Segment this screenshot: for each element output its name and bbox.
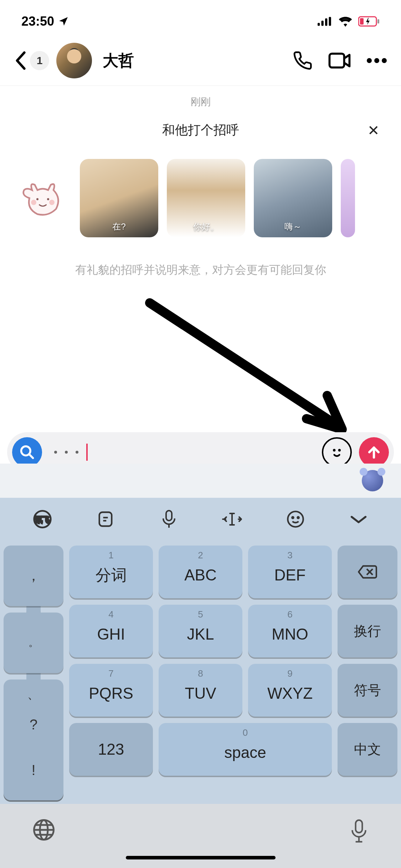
svg-rect-3 [329, 17, 331, 26]
sticker-label: 在? [112, 221, 125, 232]
key-backspace[interactable] [338, 546, 397, 598]
key-question[interactable]: ? [4, 709, 63, 740]
key-8[interactable]: 8TUV [159, 664, 242, 717]
svg-point-16 [333, 449, 335, 451]
close-icon[interactable]: ✕ [367, 122, 380, 139]
contact-avatar[interactable] [56, 43, 92, 78]
svg-point-24 [297, 517, 299, 518]
home-indicator[interactable] [126, 856, 276, 859]
globe-icon[interactable] [32, 818, 56, 842]
sticker-row: 在? 你好。 嗨～ [0, 145, 401, 244]
key-123[interactable]: 123 [69, 723, 153, 776]
key-6[interactable]: 6MNO [248, 605, 332, 657]
svg-rect-20 [99, 512, 112, 526]
assistant-icon[interactable] [362, 470, 383, 491]
svg-rect-1 [322, 21, 324, 26]
svg-rect-0 [318, 23, 320, 26]
cursor-mode-icon[interactable] [220, 507, 244, 531]
key-symbols[interactable]: 符号 [338, 664, 397, 717]
svg-point-17 [338, 449, 341, 451]
text-cursor [86, 444, 88, 461]
key-exclaim[interactable]: ! [4, 740, 63, 800]
key-4[interactable]: 4GHI [69, 605, 153, 657]
punctuation-overlay: ， 。 、 ? ! [4, 546, 63, 800]
signal-icon [318, 16, 333, 26]
svg-point-10 [382, 58, 387, 63]
back-icon[interactable] [14, 51, 26, 70]
chat-header: 1 大哲 [0, 36, 401, 86]
key-7[interactable]: 7PQRS [69, 664, 153, 717]
key-comma[interactable]: ， [4, 546, 63, 606]
svg-point-14 [49, 200, 55, 205]
greeting-header: 和他打个招呼 ✕ [0, 116, 401, 145]
status-time: 23:50 [21, 14, 54, 29]
svg-point-22 [288, 511, 303, 527]
more-icon[interactable] [367, 58, 387, 63]
search-button[interactable] [12, 437, 42, 467]
svg-text:讯飞: 讯飞 [35, 516, 50, 524]
key-3[interactable]: 3DEF [248, 546, 332, 598]
keyboard: 讯飞 ， 。 、 1分词 2ABC 3DEF [0, 464, 401, 868]
svg-point-8 [367, 58, 372, 63]
svg-rect-21 [166, 511, 172, 521]
svg-rect-7 [329, 54, 344, 68]
svg-rect-2 [325, 19, 327, 26]
annotation-arrow [135, 296, 364, 445]
svg-rect-27 [356, 820, 363, 833]
emoji-button[interactable] [322, 437, 352, 467]
voice-input-icon[interactable] [157, 507, 181, 531]
status-bar: 23:50 [0, 0, 401, 36]
keyboard-toolbar: 讯飞 [0, 498, 401, 541]
svg-rect-6 [377, 19, 379, 24]
key-newline[interactable]: 换行 [338, 605, 397, 657]
sticker-item[interactable]: 你好。 [167, 159, 245, 237]
keyboard-suggestion-bar [0, 464, 401, 498]
key-space[interactable]: 0space [159, 723, 332, 776]
svg-point-13 [31, 200, 36, 205]
svg-point-11 [36, 198, 38, 200]
clipboard-icon[interactable] [94, 507, 117, 531]
sticker-item[interactable] [341, 159, 355, 237]
key-language[interactable]: 中文 [338, 723, 397, 776]
collapse-keyboard-icon[interactable] [347, 507, 370, 531]
key-5[interactable]: 5JKL [159, 605, 242, 657]
svg-point-12 [47, 198, 49, 200]
ime-logo-icon[interactable]: 讯飞 [31, 507, 54, 531]
location-icon [58, 16, 69, 27]
svg-rect-5 [360, 18, 364, 25]
svg-point-23 [292, 517, 293, 518]
key-period[interactable]: 。 [4, 613, 63, 673]
key-1[interactable]: 1分词 [69, 546, 153, 598]
voice-call-icon[interactable] [293, 51, 313, 71]
sticker-item[interactable]: 嗨～ [254, 159, 332, 237]
sticker-item[interactable]: 在? [80, 159, 158, 237]
greeting-title: 和他打个招呼 [162, 122, 239, 139]
sticker-label: 你好。 [193, 221, 219, 232]
battery-icon [358, 16, 380, 27]
svg-point-9 [374, 58, 379, 63]
key-2[interactable]: 2ABC [159, 546, 242, 598]
sticker-label: 嗨～ [284, 221, 302, 232]
sticker-item[interactable] [14, 170, 71, 227]
message-input[interactable] [49, 444, 315, 461]
greeting-hint: 有礼貌的招呼并说明来意，对方会更有可能回复你 [0, 244, 401, 292]
key-9[interactable]: 9WXYZ [248, 664, 332, 717]
unread-badge[interactable]: 1 [30, 51, 49, 70]
wifi-icon [338, 16, 353, 27]
message-timestamp: 刚刚 [0, 86, 401, 116]
key-slight[interactable]: 、 [4, 680, 63, 710]
contact-name[interactable]: 大哲 [99, 50, 286, 71]
video-call-icon[interactable] [328, 52, 351, 69]
emoji-keyboard-icon[interactable] [284, 507, 307, 531]
dictation-icon[interactable] [349, 818, 369, 844]
send-button[interactable] [359, 437, 389, 467]
